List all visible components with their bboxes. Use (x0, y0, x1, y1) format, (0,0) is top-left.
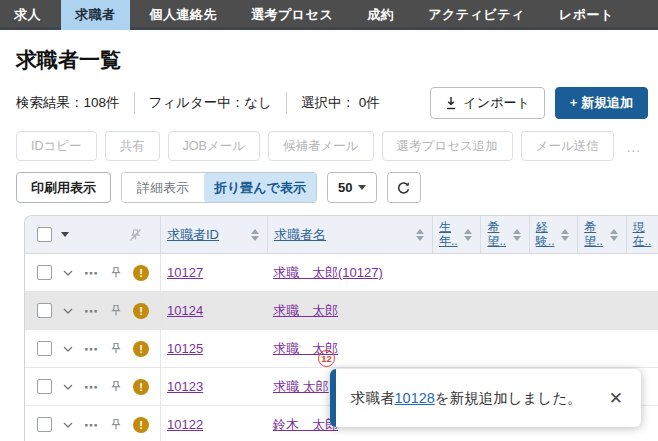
table-row: ⋯ ! 10127 求職 太郎(10127) (25, 254, 658, 292)
selected-count: 選択中： 0件 (286, 92, 394, 114)
jobseeker-id-header-link[interactable]: 求職者ID (167, 226, 219, 244)
collapsed-view-segment[interactable]: 折り畳んで表示 (204, 173, 316, 202)
nav-tab-selection-process[interactable]: 選考プロセス (237, 0, 347, 30)
refresh-button[interactable] (387, 172, 421, 203)
jobseeker-id-link[interactable]: 10125 (167, 341, 203, 356)
share-button[interactable]: 共有 (105, 131, 160, 161)
jobseeker-name-link[interactable]: 求職 太郎 (273, 302, 338, 320)
add-new-button-label: + 新規追加 (570, 94, 633, 112)
nav-tab-personal-contacts[interactable]: 個人連絡先 (136, 0, 232, 30)
jobseeker-name-link[interactable]: 求職 太郎 (273, 378, 329, 396)
import-button[interactable]: インポート (430, 87, 545, 119)
select-all-checkbox[interactable] (37, 227, 52, 242)
send-mail-button[interactable]: メール送信 (521, 131, 614, 161)
row-checkbox[interactable] (37, 379, 52, 394)
jobseeker-name-link[interactable]: 求職 太郎(10127) (273, 264, 383, 282)
page-title: 求職者一覧 (16, 46, 658, 74)
warning-icon: ! (133, 379, 149, 395)
sort-icon-experience[interactable] (559, 229, 571, 241)
nav-tab-jobs[interactable]: 求人 (0, 0, 55, 30)
desired-2-header-link[interactable]: 希望.. (584, 221, 603, 249)
pin-icon[interactable] (110, 342, 122, 355)
column-header-desired-2: 希望.. (577, 216, 625, 253)
row-more-actions-icon[interactable]: ⋯ (84, 341, 99, 357)
nav-tab-reports[interactable]: レポート (545, 0, 628, 30)
desired-1-header-link[interactable]: 希望.. (487, 221, 506, 249)
detail-view-segment[interactable]: 詳細表示 (122, 173, 204, 202)
jobseeker-id-cell: 10123 (160, 368, 267, 405)
warning-icon: ! (133, 265, 149, 281)
stats-row: 検索結果：108件 フィルター中：なし 選択中： 0件 インポート + 新規追加 (16, 87, 658, 119)
chevron-down-icon[interactable] (63, 422, 73, 428)
column-header-jobseeker-id: 求職者ID (160, 216, 267, 253)
row-more-actions-icon[interactable]: ⋯ (84, 379, 99, 395)
row-more-actions-icon[interactable]: ⋯ (84, 417, 99, 433)
jobseeker-name-link[interactable]: 鈴木 太郎 (273, 416, 338, 434)
pin-icon[interactable] (110, 418, 122, 431)
toast-message-prefix: 求職者 (351, 390, 395, 406)
id-copy-button[interactable]: IDコピー (16, 131, 97, 161)
jobseeker-id-link[interactable]: 10122 (167, 417, 203, 432)
birthdate-header-link[interactable]: 生年.. (439, 221, 458, 249)
toast-close-icon[interactable]: ✕ (605, 386, 627, 411)
nav-tab-jobseekers[interactable]: 求職者 (61, 0, 130, 30)
toast-jobseeker-link[interactable]: 10128 (395, 390, 435, 406)
jobseeker-name-header-link[interactable]: 求職者名 (274, 226, 326, 244)
sort-icon-desired-2[interactable] (608, 229, 620, 241)
sort-icon-jobseeker-id[interactable] (249, 229, 261, 241)
page-size-dropdown[interactable]: 50 (327, 172, 377, 203)
sort-icon-birthdate[interactable] (462, 229, 474, 241)
view-mode-segmented-control: 詳細表示 折り畳んで表示 (121, 172, 317, 203)
chevron-down-icon[interactable] (63, 308, 73, 314)
column-header-birthdate: 生年.. (432, 216, 480, 253)
toast-message-suffix: を新規追加しました。 (435, 390, 582, 406)
jobseeker-name-cell: 求職 太郎 (267, 330, 432, 367)
row-more-actions-icon[interactable]: ⋯ (84, 265, 99, 281)
warning-icon: ! (133, 341, 149, 357)
table-row-highlighted: ⋯ ! 10124 求職 太郎 (25, 292, 658, 330)
jobseeker-name-cell: 求職 太郎(10127) (267, 254, 432, 291)
nav-tab-contracts[interactable]: 成約 (353, 0, 408, 30)
search-result-count: 検索結果：108件 (16, 92, 134, 114)
nav-tab-activity[interactable]: アクティビティ (414, 0, 539, 30)
pin-icon[interactable] (110, 266, 122, 279)
chevron-down-icon[interactable] (63, 270, 73, 276)
jobseeker-id-cell: 10127 (160, 254, 267, 291)
table-header-row: 求職者ID 求職者名 生年.. (25, 216, 658, 254)
refresh-icon (397, 181, 411, 195)
chevron-down-icon[interactable] (63, 346, 73, 352)
row-checkbox[interactable] (37, 417, 52, 432)
success-toast: 求職者10128を新規追加しました。 ✕ (330, 369, 641, 427)
row-more-actions-icon[interactable]: ⋯ (84, 303, 99, 319)
jobseeker-id-link[interactable]: 10124 (167, 303, 203, 318)
row-controls-cell: ⋯ ! (25, 406, 160, 441)
chevron-down-icon[interactable] (63, 384, 73, 390)
table-row: ⋯ ! 10125 求職 太郎 (25, 330, 658, 368)
more-actions-button[interactable]: … (622, 138, 647, 155)
result-stats: 検索結果：108件 フィルター中：なし 選択中： 0件 (16, 92, 394, 114)
toast-message: 求職者10128を新規追加しました。 (351, 389, 582, 408)
row-checkbox[interactable] (37, 265, 52, 280)
sort-icon-jobseeker-name[interactable] (414, 229, 426, 241)
print-view-button[interactable]: 印刷用表示 (16, 172, 111, 203)
jobseeker-id-link[interactable]: 10127 (167, 265, 203, 280)
job-mail-button[interactable]: JOBメール (168, 131, 260, 161)
add-new-button[interactable]: + 新規追加 (555, 87, 648, 119)
column-header-jobseeker-name: 求職者名 (267, 216, 432, 253)
pin-icon[interactable] (110, 380, 122, 393)
jobseeker-id-link[interactable]: 10123 (167, 379, 203, 394)
unpin-all-icon[interactable] (129, 228, 142, 242)
row-checkbox[interactable] (37, 341, 52, 356)
row-checkbox[interactable] (37, 303, 52, 318)
import-icon (445, 96, 457, 110)
column-header-desired-1: 希望.. (480, 216, 528, 253)
filter-status: フィルター中：なし (134, 92, 286, 114)
experience-header-link[interactable]: 経験.. (536, 221, 555, 249)
sort-icon-desired-1[interactable] (511, 229, 523, 241)
pin-icon[interactable] (110, 304, 122, 317)
candidate-mail-button[interactable]: 候補者メール (268, 131, 374, 161)
select-menu-caret-icon[interactable] (61, 232, 69, 237)
annotation-step-12-badge: 12 (318, 350, 335, 367)
add-selection-process-button[interactable]: 選考プロセス追加 (382, 131, 513, 161)
current-header-link[interactable]: 現在.. (633, 221, 652, 249)
